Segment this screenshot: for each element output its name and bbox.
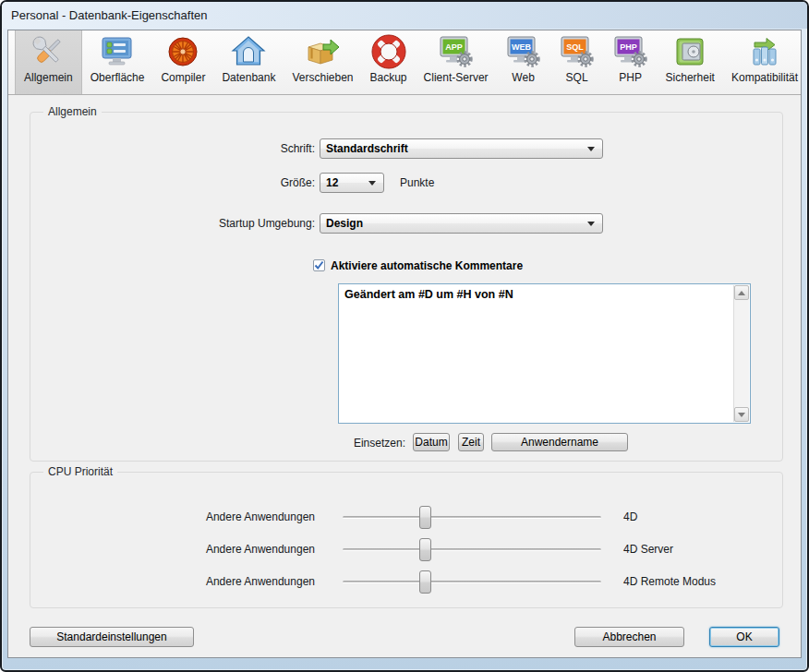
compiler-dial-icon bbox=[164, 33, 201, 70]
toolbar-item-label: Verschieben bbox=[292, 71, 353, 84]
groesse-label: Größe: bbox=[30, 176, 315, 189]
triangle-down-icon bbox=[738, 413, 745, 417]
groesse-dropdown-value: 12 bbox=[320, 176, 368, 189]
cpu-slider-row-4d-remote: Andere Anwendungen 4D Remote Modus bbox=[30, 570, 784, 594]
toolbar-item-kompatibilitaet[interactable]: Kompatibilität bbox=[723, 30, 806, 94]
toolbar-item-sql[interactable]: SQL SQL bbox=[550, 30, 604, 94]
schrift-dropdown[interactable]: Standardschrift bbox=[320, 138, 603, 159]
toolbar-item-label: Sicherheit bbox=[666, 71, 715, 84]
window-titlebar[interactable]: Personal - Datenbank-Eigenschaften bbox=[2, 2, 807, 29]
home-icon bbox=[230, 33, 267, 70]
toolbar-item-php[interactable]: PHP PHP bbox=[604, 30, 658, 94]
monitor-options-icon bbox=[99, 33, 136, 70]
dialog-content: Allgemein Oberfläche bbox=[7, 30, 802, 658]
svg-text:APP: APP bbox=[445, 42, 463, 52]
standardeinstellungen-button[interactable]: Standardeinstellungen bbox=[30, 627, 194, 647]
app-server-icon: APP bbox=[438, 33, 475, 70]
auto-kommentare-checkbox[interactable] bbox=[313, 259, 325, 271]
cpu-slider-track[interactable] bbox=[343, 548, 601, 551]
toolbar-item-label: Web bbox=[512, 71, 534, 84]
safe-icon bbox=[671, 33, 708, 70]
toolbar-item-sicherheit[interactable]: Sicherheit bbox=[658, 30, 723, 94]
zeit-button[interactable]: Zeit bbox=[458, 433, 484, 451]
chevron-down-icon bbox=[368, 181, 376, 186]
auto-kommentare-checkbox-label[interactable]: Aktiviere automatische Kommentare bbox=[331, 259, 523, 272]
toolbar-item-label: Kompatibilität bbox=[731, 71, 798, 84]
cpu-slider-thumb[interactable] bbox=[419, 538, 431, 561]
toolbar-item-verschieben[interactable]: Verschieben bbox=[284, 30, 361, 94]
chevron-down-icon bbox=[587, 222, 595, 226]
triangle-up-icon bbox=[738, 291, 745, 295]
kommentar-textarea[interactable]: Geändert am #D um #H von #N bbox=[338, 283, 751, 424]
toolbar-item-backup[interactable]: Backup bbox=[362, 30, 416, 94]
startup-umgebung-dropdown[interactable]: Design bbox=[320, 213, 603, 234]
cpu-prioritaet-groupbox-legend: CPU Priorität bbox=[43, 465, 117, 478]
toolbar-item-oberflaeche[interactable]: Oberfläche bbox=[82, 30, 153, 94]
web-server-icon: WEB bbox=[505, 33, 542, 70]
anwendername-button[interactable]: Anwendername bbox=[491, 433, 628, 451]
scroll-up-button[interactable] bbox=[734, 285, 749, 300]
svg-text:SQL: SQL bbox=[566, 42, 584, 52]
move-box-icon bbox=[304, 33, 341, 70]
toolbar-item-web[interactable]: WEB Web bbox=[497, 30, 550, 94]
svg-text:WEB: WEB bbox=[512, 42, 531, 52]
toolbar-item-label: Allgemein bbox=[24, 71, 73, 84]
lifebuoy-icon bbox=[370, 33, 407, 70]
chevron-down-icon bbox=[587, 147, 595, 151]
cpu-prioritaet-groupbox: CPU Priorität Andere Anwendungen 4D Ande… bbox=[30, 472, 783, 608]
toolbar-item-client-server[interactable]: APP Client-Server bbox=[416, 30, 497, 94]
php-server-icon: PHP bbox=[612, 33, 649, 70]
toolbar-item-allgemein[interactable]: Allgemein bbox=[15, 30, 82, 94]
toolbar-item-label: PHP bbox=[619, 71, 642, 84]
sql-server-icon: SQL bbox=[559, 33, 596, 70]
slider-right-label: 4D Server bbox=[623, 543, 673, 556]
cpu-slider-thumb[interactable] bbox=[419, 506, 431, 529]
toolbar-item-compiler[interactable]: Compiler bbox=[152, 30, 213, 94]
datum-button[interactable]: Datum bbox=[413, 433, 450, 451]
toolbar-item-label: Oberfläche bbox=[91, 71, 145, 84]
ok-button[interactable]: OK bbox=[709, 627, 779, 647]
window-title: Personal - Datenbank-Eigenschaften bbox=[2, 8, 207, 22]
toolbar-item-datenbank[interactable]: Datenbank bbox=[213, 30, 284, 94]
cpu-slider-row-4d: Andere Anwendungen 4D bbox=[30, 505, 784, 529]
punkte-label: Punkte bbox=[400, 176, 455, 189]
einsetzen-label: Einsetzen: bbox=[30, 437, 405, 450]
allgemein-groupbox: Allgemein Schrift: Standardschrift Größe… bbox=[30, 112, 783, 462]
schrift-label: Schrift: bbox=[30, 142, 315, 155]
toolbar-item-label: Backup bbox=[370, 71, 407, 84]
cpu-slider-track[interactable] bbox=[343, 516, 601, 519]
checkmark-icon bbox=[314, 260, 324, 270]
toolbar-item-label: SQL bbox=[566, 71, 588, 84]
textarea-scrollbar[interactable] bbox=[733, 285, 749, 422]
tools-icon bbox=[30, 33, 66, 70]
slider-right-label: 4D Remote Modus bbox=[623, 575, 716, 588]
cpu-slider-track[interactable] bbox=[343, 581, 601, 583]
scroll-down-button[interactable] bbox=[734, 407, 749, 422]
allgemein-groupbox-legend: Allgemein bbox=[43, 105, 102, 118]
toolbar-item-label: Datenbank bbox=[222, 71, 275, 84]
abbrechen-button[interactable]: Abbrechen bbox=[574, 627, 684, 647]
cpu-slider-row-4d-server: Andere Anwendungen 4D Server bbox=[30, 537, 784, 561]
groesse-dropdown[interactable]: 12 bbox=[320, 173, 384, 193]
dialog-window: Personal - Datenbank-Eigenschaften bbox=[0, 0, 809, 672]
binders-arrow-icon bbox=[746, 33, 783, 70]
slider-right-label: 4D bbox=[623, 510, 637, 523]
toolbar-item-label: Compiler bbox=[161, 71, 205, 84]
kommentar-text: Geändert am #D um #H von #N bbox=[344, 288, 728, 301]
startup-umgebung-dropdown-value: Design bbox=[320, 217, 587, 230]
startup-umgebung-label: Startup Umgebung: bbox=[30, 217, 315, 230]
slider-left-label: Andere Anwendungen bbox=[30, 575, 315, 588]
settings-toolbar: Allgemein Oberfläche bbox=[8, 30, 801, 95]
cpu-slider-thumb[interactable] bbox=[419, 570, 431, 594]
svg-text:PHP: PHP bbox=[620, 42, 637, 52]
slider-left-label: Andere Anwendungen bbox=[30, 510, 315, 523]
slider-left-label: Andere Anwendungen bbox=[30, 543, 315, 556]
toolbar-item-label: Client-Server bbox=[424, 71, 489, 84]
schrift-dropdown-value: Standardschrift bbox=[320, 142, 587, 155]
